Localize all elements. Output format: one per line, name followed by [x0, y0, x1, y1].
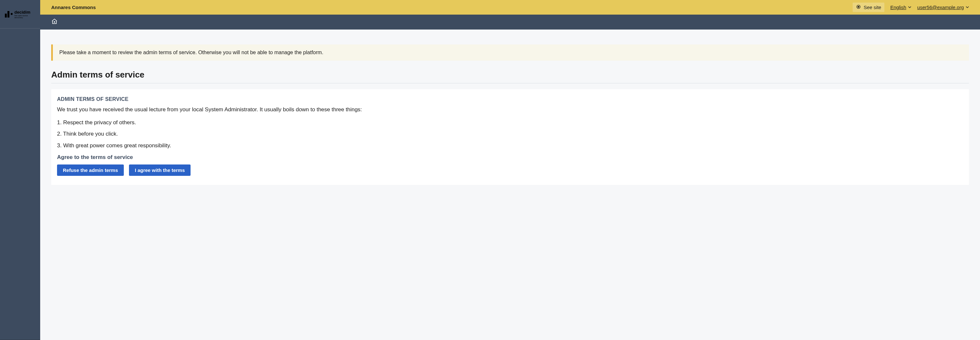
brand-name: decidim: [14, 10, 35, 14]
terms-card: ADMIN TERMS OF SERVICE We trust you have…: [51, 89, 969, 185]
user-dropdown[interactable]: user56@example.org: [917, 5, 969, 10]
home-nav-link[interactable]: [51, 18, 58, 26]
sidebar: decidim free open-source democracy: [0, 0, 40, 340]
see-site-button[interactable]: See site: [853, 3, 885, 12]
home-icon: [51, 18, 58, 26]
svg-point-2: [54, 21, 55, 22]
site-title: Annares Commons: [51, 5, 96, 10]
page-title: Admin terms of service: [51, 70, 969, 80]
logo-bars-icon: [5, 11, 10, 18]
terms-list: 1. Respect the privacy of others. 2. Thi…: [57, 118, 963, 150]
eye-icon: [856, 4, 861, 10]
logo-dot-icon: [11, 13, 13, 15]
main-region: Annares Commons See site English user56@: [40, 0, 980, 340]
card-heading: ADMIN TERMS OF SERVICE: [57, 96, 963, 102]
topbar: Annares Commons See site English user56@: [40, 0, 980, 14]
chevron-down-icon: [966, 5, 969, 10]
list-item: 1. Respect the privacy of others.: [57, 118, 963, 127]
agree-button[interactable]: I agree with the terms: [129, 164, 191, 176]
warning-alert: Please take a moment to review the admin…: [51, 45, 969, 61]
svg-point-1: [858, 6, 859, 8]
divider: [51, 83, 969, 83]
user-email-label: user56@example.org: [917, 5, 964, 10]
brand-text: decidim free open-source democracy: [14, 10, 35, 19]
alert-message: Please take a moment to review the admin…: [59, 49, 323, 55]
chevron-down-icon: [908, 5, 911, 10]
topbar-right: See site English user56@example.org: [853, 3, 969, 12]
see-site-label: See site: [864, 5, 881, 10]
brand-tagline: free open-source democracy: [14, 14, 35, 19]
content-area: Please take a moment to review the admin…: [40, 30, 980, 200]
list-item: 3. With great power comes great responsi…: [57, 142, 963, 150]
language-dropdown[interactable]: English: [890, 5, 911, 10]
card-intro-text: We trust you have received the usual lec…: [57, 105, 963, 114]
agree-heading: Agree to the terms of service: [57, 154, 963, 161]
refuse-button[interactable]: Refuse the admin terms: [57, 164, 124, 176]
list-item: 2. Think before you click.: [57, 130, 963, 138]
language-label: English: [890, 5, 906, 10]
button-row: Refuse the admin terms I agree with the …: [57, 164, 963, 176]
brand-logo[interactable]: decidim free open-source democracy: [0, 0, 40, 29]
secondary-nav: [40, 14, 980, 30]
